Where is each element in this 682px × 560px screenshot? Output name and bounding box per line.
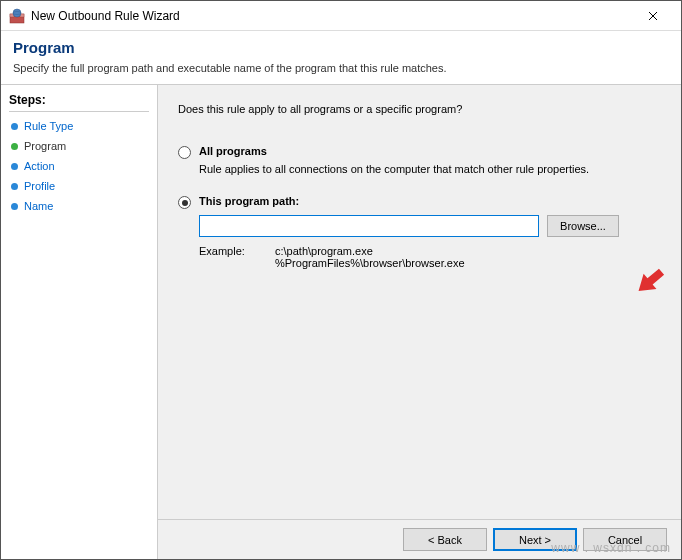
radio-program-path[interactable] <box>178 196 191 209</box>
example-text: c:\path\program.exe %ProgramFiles%\brows… <box>275 245 465 269</box>
page-title: Program <box>13 39 669 56</box>
step-name[interactable]: Name <box>9 196 149 216</box>
titlebar-left: New Outbound Rule Wizard <box>9 8 180 24</box>
wizard-body: Steps: Rule Type Program Action Profile … <box>1 85 681 559</box>
step-program[interactable]: Program <box>9 136 149 156</box>
example-row: Example: c:\path\program.exe %ProgramFil… <box>199 245 661 269</box>
step-action[interactable]: Action <box>9 156 149 176</box>
step-rule-type[interactable]: Rule Type <box>9 116 149 136</box>
browse-button[interactable]: Browse... <box>547 215 619 237</box>
step-label: Rule Type <box>24 120 73 132</box>
option-all-desc: Rule applies to all connections on the c… <box>199 163 661 175</box>
option-all-programs[interactable]: All programs <box>178 145 661 159</box>
steps-sidebar: Steps: Rule Type Program Action Profile … <box>1 85 157 559</box>
bullet-icon <box>11 163 18 170</box>
steps-heading: Steps: <box>9 93 149 112</box>
close-button[interactable] <box>633 4 673 28</box>
svg-point-4 <box>13 9 21 17</box>
question-text: Does this rule apply to all programs or … <box>178 103 661 115</box>
option-all-label: All programs <box>199 145 267 157</box>
bullet-icon <box>11 143 18 150</box>
next-button[interactable]: Next > <box>493 528 577 551</box>
step-label: Name <box>24 200 53 212</box>
wizard-header: Program Specify the full program path an… <box>1 31 681 84</box>
program-path-input[interactable] <box>199 215 539 237</box>
window-title: New Outbound Rule Wizard <box>31 9 180 23</box>
bullet-icon <box>11 203 18 210</box>
page-description: Specify the full program path and execut… <box>13 62 669 74</box>
step-label: Profile <box>24 180 55 192</box>
program-path-row: Browse... <box>199 215 661 237</box>
step-label: Action <box>24 160 55 172</box>
radio-all-programs[interactable] <box>178 146 191 159</box>
wizard-footer: < Back Next > Cancel <box>158 519 681 559</box>
step-profile[interactable]: Profile <box>9 176 149 196</box>
step-label: Program <box>24 140 66 152</box>
back-button[interactable]: < Back <box>403 528 487 551</box>
titlebar: New Outbound Rule Wizard <box>1 1 681 31</box>
bullet-icon <box>11 123 18 130</box>
example-label: Example: <box>199 245 259 269</box>
option-program-path[interactable]: This program path: <box>178 195 661 209</box>
cancel-button[interactable]: Cancel <box>583 528 667 551</box>
main-panel: Does this rule apply to all programs or … <box>158 85 681 559</box>
bullet-icon <box>11 183 18 190</box>
option-path-label: This program path: <box>199 195 299 207</box>
firewall-icon <box>9 8 25 24</box>
